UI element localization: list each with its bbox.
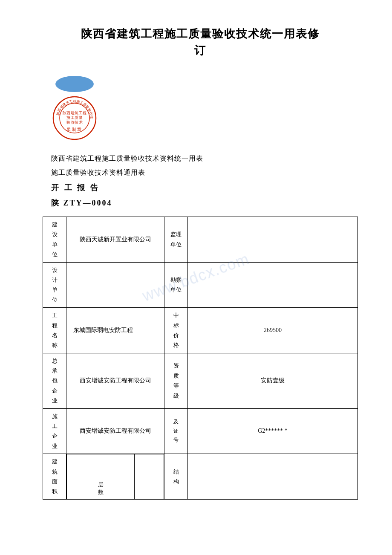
label-gongcheng: 工程名称 [43, 308, 66, 353]
value-jizheng-text: G2****** [258, 428, 283, 434]
value-kancha [188, 262, 358, 308]
info-lines: 陕西省建筑工程施工质量验收技术资料统一用表 施工质量验收技术资料通用表 开 工 … [51, 154, 358, 208]
table-row: 设计单位 勘察单位 [43, 262, 358, 308]
value-mianji: 层数 [66, 454, 164, 500]
svg-text:陕西建筑工程: 陕西建筑工程 [63, 111, 87, 115]
value-biaojiage: 269500 [188, 308, 358, 353]
table-row: 建筑面积 层数 结构 [43, 454, 358, 500]
label-jianli: 监理单位 [164, 217, 188, 263]
label-jiegou: 结构 [164, 454, 188, 500]
value-jianshe: 陕西天诚新开置业有限公司 [66, 217, 164, 263]
value-zongcheng: 西安增诚安防工程有限公司 [66, 353, 164, 408]
svg-text:监制章: 监制章 [67, 127, 82, 132]
table-row: 施工企业 西安增诚安防工程有限公司 及证号 G2****** * [43, 408, 358, 454]
stamp-seal: 陕西建筑工程 施工质量 验收技术 监制章 陕西省建筑工程施工质量验收技术统一用表 [51, 95, 98, 142]
info-line-2: 施工质量验收技术资料通用表 [51, 168, 358, 177]
label-biaojiage: 中标价格 [164, 308, 188, 353]
svg-text:施工质量: 施工质量 [66, 116, 83, 120]
value-jianli [188, 217, 358, 263]
value-jizheng: G2****** * [188, 408, 358, 454]
table-row: 建设单位 陕西天诚新开置业有限公司 监理单位 [43, 217, 358, 263]
label-zizhi: 资质等级 [164, 353, 188, 408]
label-sheji: 设计单位 [43, 262, 66, 308]
info-line-3: 开 工 报 告 [51, 182, 358, 193]
page-title: 陕西省建筑工程施工质量验收技术统一用表修 订 [43, 26, 358, 59]
label-mianji: 建筑面积 [43, 454, 66, 500]
value-cengshu [135, 454, 164, 499]
info-line-4: 陕 ZTY—0004 [51, 198, 358, 208]
value-jiegou [188, 454, 358, 500]
label-cengshun: 层数 [67, 454, 135, 499]
info-line-1: 陕西省建筑工程施工质量验收技术资料统一用表 [51, 154, 358, 163]
label-kancha: 勘察单位 [164, 262, 188, 308]
value-jizheng-asterisk: * [285, 428, 288, 434]
table-row: 总承包企业 西安增诚安防工程有限公司 资质等级 安防壹级 [43, 353, 358, 408]
main-table: 建设单位 陕西天诚新开置业有限公司 监理单位 设计单位 勘察单位 工程名称 东城… [43, 217, 358, 500]
label-zongcheng: 总承包企业 [43, 353, 66, 408]
svg-text:验收技术: 验收技术 [66, 120, 83, 124]
logo-area: 陕西建筑工程 施工质量 验收技术 监制章 陕西省建筑工程施工质量验收技术统一用表 [51, 76, 358, 142]
value-shigong: 西安增诚安防工程有限公司 [66, 408, 164, 454]
label-shigong: 施工企业 [43, 408, 66, 454]
blue-badge [55, 76, 94, 92]
table-row: 工程名称 东城国际弱电安防工程 中标价格 269500 [43, 308, 358, 353]
value-gongcheng: 东城国际弱电安防工程 [66, 308, 164, 353]
value-sheji [66, 262, 164, 308]
label-jianshe: 建设单位 [43, 217, 66, 263]
label-jizheng: 及证号 [164, 408, 188, 454]
value-zizhi: 安防壹级 [188, 353, 358, 408]
